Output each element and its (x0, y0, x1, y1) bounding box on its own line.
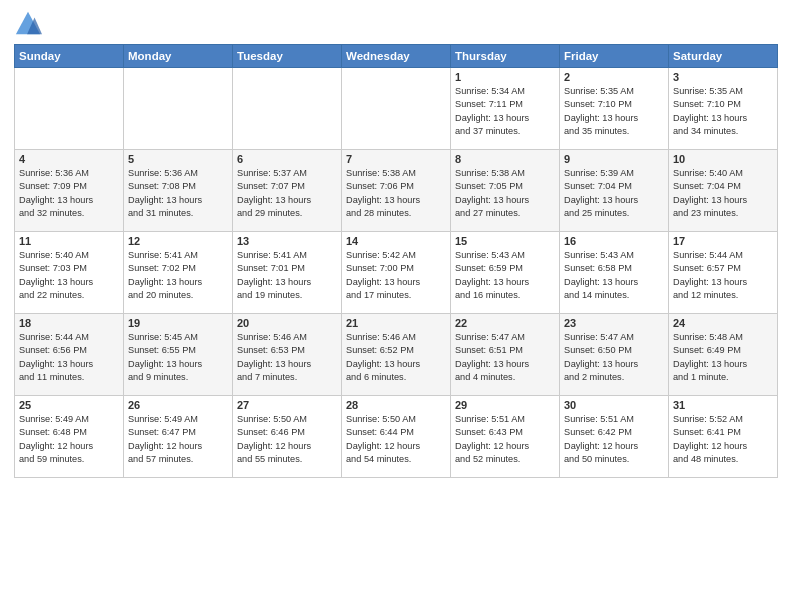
day-number: 24 (673, 317, 773, 329)
day-info: Sunrise: 5:46 AM Sunset: 6:53 PM Dayligh… (237, 331, 337, 384)
calendar-cell: 20Sunrise: 5:46 AM Sunset: 6:53 PM Dayli… (233, 314, 342, 396)
calendar-week-3: 11Sunrise: 5:40 AM Sunset: 7:03 PM Dayli… (15, 232, 778, 314)
day-number: 20 (237, 317, 337, 329)
logo (14, 10, 46, 38)
day-number: 30 (564, 399, 664, 411)
day-number: 27 (237, 399, 337, 411)
calendar-cell: 25Sunrise: 5:49 AM Sunset: 6:48 PM Dayli… (15, 396, 124, 478)
day-info: Sunrise: 5:40 AM Sunset: 7:04 PM Dayligh… (673, 167, 773, 220)
calendar-cell: 8Sunrise: 5:38 AM Sunset: 7:05 PM Daylig… (451, 150, 560, 232)
calendar-cell: 6Sunrise: 5:37 AM Sunset: 7:07 PM Daylig… (233, 150, 342, 232)
day-info: Sunrise: 5:45 AM Sunset: 6:55 PM Dayligh… (128, 331, 228, 384)
calendar-cell: 7Sunrise: 5:38 AM Sunset: 7:06 PM Daylig… (342, 150, 451, 232)
day-number: 6 (237, 153, 337, 165)
calendar-cell: 13Sunrise: 5:41 AM Sunset: 7:01 PM Dayli… (233, 232, 342, 314)
day-info: Sunrise: 5:38 AM Sunset: 7:05 PM Dayligh… (455, 167, 555, 220)
day-info: Sunrise: 5:34 AM Sunset: 7:11 PM Dayligh… (455, 85, 555, 138)
day-info: Sunrise: 5:43 AM Sunset: 6:59 PM Dayligh… (455, 249, 555, 302)
day-number: 3 (673, 71, 773, 83)
calendar-cell: 5Sunrise: 5:36 AM Sunset: 7:08 PM Daylig… (124, 150, 233, 232)
calendar-table: SundayMondayTuesdayWednesdayThursdayFrid… (14, 44, 778, 478)
day-number: 28 (346, 399, 446, 411)
day-info: Sunrise: 5:35 AM Sunset: 7:10 PM Dayligh… (564, 85, 664, 138)
day-info: Sunrise: 5:44 AM Sunset: 6:56 PM Dayligh… (19, 331, 119, 384)
day-number: 7 (346, 153, 446, 165)
day-info: Sunrise: 5:50 AM Sunset: 6:46 PM Dayligh… (237, 413, 337, 466)
calendar-header-thursday: Thursday (451, 45, 560, 68)
day-info: Sunrise: 5:49 AM Sunset: 6:48 PM Dayligh… (19, 413, 119, 466)
calendar-week-5: 25Sunrise: 5:49 AM Sunset: 6:48 PM Dayli… (15, 396, 778, 478)
calendar-cell: 15Sunrise: 5:43 AM Sunset: 6:59 PM Dayli… (451, 232, 560, 314)
calendar-cell (233, 68, 342, 150)
calendar-header-tuesday: Tuesday (233, 45, 342, 68)
calendar-header-sunday: Sunday (15, 45, 124, 68)
calendar-cell: 27Sunrise: 5:50 AM Sunset: 6:46 PM Dayli… (233, 396, 342, 478)
calendar-cell: 19Sunrise: 5:45 AM Sunset: 6:55 PM Dayli… (124, 314, 233, 396)
calendar-cell: 10Sunrise: 5:40 AM Sunset: 7:04 PM Dayli… (669, 150, 778, 232)
day-info: Sunrise: 5:39 AM Sunset: 7:04 PM Dayligh… (564, 167, 664, 220)
calendar-cell: 22Sunrise: 5:47 AM Sunset: 6:51 PM Dayli… (451, 314, 560, 396)
calendar-cell: 30Sunrise: 5:51 AM Sunset: 6:42 PM Dayli… (560, 396, 669, 478)
day-number: 29 (455, 399, 555, 411)
calendar-header-friday: Friday (560, 45, 669, 68)
calendar-cell: 28Sunrise: 5:50 AM Sunset: 6:44 PM Dayli… (342, 396, 451, 478)
calendar-cell: 4Sunrise: 5:36 AM Sunset: 7:09 PM Daylig… (15, 150, 124, 232)
day-number: 9 (564, 153, 664, 165)
calendar-cell: 9Sunrise: 5:39 AM Sunset: 7:04 PM Daylig… (560, 150, 669, 232)
calendar-cell: 3Sunrise: 5:35 AM Sunset: 7:10 PM Daylig… (669, 68, 778, 150)
day-info: Sunrise: 5:36 AM Sunset: 7:09 PM Dayligh… (19, 167, 119, 220)
day-info: Sunrise: 5:51 AM Sunset: 6:42 PM Dayligh… (564, 413, 664, 466)
calendar-cell: 2Sunrise: 5:35 AM Sunset: 7:10 PM Daylig… (560, 68, 669, 150)
day-number: 26 (128, 399, 228, 411)
calendar-cell: 17Sunrise: 5:44 AM Sunset: 6:57 PM Dayli… (669, 232, 778, 314)
day-info: Sunrise: 5:44 AM Sunset: 6:57 PM Dayligh… (673, 249, 773, 302)
calendar-cell: 14Sunrise: 5:42 AM Sunset: 7:00 PM Dayli… (342, 232, 451, 314)
page: SundayMondayTuesdayWednesdayThursdayFrid… (0, 0, 792, 612)
calendar-cell: 31Sunrise: 5:52 AM Sunset: 6:41 PM Dayli… (669, 396, 778, 478)
day-number: 13 (237, 235, 337, 247)
day-info: Sunrise: 5:46 AM Sunset: 6:52 PM Dayligh… (346, 331, 446, 384)
logo-icon (14, 10, 42, 38)
day-info: Sunrise: 5:48 AM Sunset: 6:49 PM Dayligh… (673, 331, 773, 384)
calendar-week-2: 4Sunrise: 5:36 AM Sunset: 7:09 PM Daylig… (15, 150, 778, 232)
calendar-cell: 11Sunrise: 5:40 AM Sunset: 7:03 PM Dayli… (15, 232, 124, 314)
calendar-header-row: SundayMondayTuesdayWednesdayThursdayFrid… (15, 45, 778, 68)
day-number: 4 (19, 153, 119, 165)
day-info: Sunrise: 5:51 AM Sunset: 6:43 PM Dayligh… (455, 413, 555, 466)
day-number: 16 (564, 235, 664, 247)
day-info: Sunrise: 5:42 AM Sunset: 7:00 PM Dayligh… (346, 249, 446, 302)
calendar-week-1: 1Sunrise: 5:34 AM Sunset: 7:11 PM Daylig… (15, 68, 778, 150)
day-number: 25 (19, 399, 119, 411)
calendar-cell: 26Sunrise: 5:49 AM Sunset: 6:47 PM Dayli… (124, 396, 233, 478)
calendar-cell: 29Sunrise: 5:51 AM Sunset: 6:43 PM Dayli… (451, 396, 560, 478)
calendar-cell: 21Sunrise: 5:46 AM Sunset: 6:52 PM Dayli… (342, 314, 451, 396)
day-info: Sunrise: 5:47 AM Sunset: 6:51 PM Dayligh… (455, 331, 555, 384)
day-info: Sunrise: 5:37 AM Sunset: 7:07 PM Dayligh… (237, 167, 337, 220)
day-number: 21 (346, 317, 446, 329)
calendar-cell: 24Sunrise: 5:48 AM Sunset: 6:49 PM Dayli… (669, 314, 778, 396)
day-number: 23 (564, 317, 664, 329)
day-number: 14 (346, 235, 446, 247)
calendar-header-monday: Monday (124, 45, 233, 68)
calendar-cell (15, 68, 124, 150)
day-info: Sunrise: 5:43 AM Sunset: 6:58 PM Dayligh… (564, 249, 664, 302)
day-number: 17 (673, 235, 773, 247)
day-number: 5 (128, 153, 228, 165)
day-info: Sunrise: 5:49 AM Sunset: 6:47 PM Dayligh… (128, 413, 228, 466)
day-number: 31 (673, 399, 773, 411)
day-number: 2 (564, 71, 664, 83)
day-info: Sunrise: 5:41 AM Sunset: 7:02 PM Dayligh… (128, 249, 228, 302)
calendar-cell: 23Sunrise: 5:47 AM Sunset: 6:50 PM Dayli… (560, 314, 669, 396)
day-number: 1 (455, 71, 555, 83)
calendar-cell (342, 68, 451, 150)
day-number: 19 (128, 317, 228, 329)
day-info: Sunrise: 5:35 AM Sunset: 7:10 PM Dayligh… (673, 85, 773, 138)
calendar-cell: 12Sunrise: 5:41 AM Sunset: 7:02 PM Dayli… (124, 232, 233, 314)
calendar-week-4: 18Sunrise: 5:44 AM Sunset: 6:56 PM Dayli… (15, 314, 778, 396)
day-info: Sunrise: 5:47 AM Sunset: 6:50 PM Dayligh… (564, 331, 664, 384)
day-info: Sunrise: 5:36 AM Sunset: 7:08 PM Dayligh… (128, 167, 228, 220)
header (14, 10, 778, 38)
day-number: 10 (673, 153, 773, 165)
calendar-cell: 1Sunrise: 5:34 AM Sunset: 7:11 PM Daylig… (451, 68, 560, 150)
day-number: 18 (19, 317, 119, 329)
